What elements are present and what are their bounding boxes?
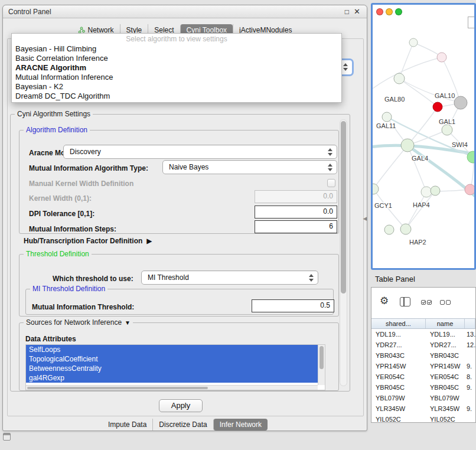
scrollbar-thumb[interactable] (27, 387, 208, 389)
tab-infer-network[interactable]: Infer Network (213, 419, 268, 431)
network-node-label: GAL4 (412, 155, 428, 162)
table-cell: YBR043C (371, 350, 426, 361)
network-node-label: SWI4 (452, 141, 468, 148)
tab-impute-data[interactable]: Impute Data (102, 419, 152, 431)
network-node[interactable] (394, 73, 405, 84)
table-cell: 9. (465, 361, 475, 371)
control-panel-titlebar[interactable]: Control Panel □ ✕ (3, 5, 367, 18)
scrollbar-thumb[interactable] (341, 121, 346, 294)
mi-type-label: Mutual Information Algorithm Type: (29, 164, 148, 172)
table-row[interactable]: YPR145WYPR145W9. (371, 361, 475, 371)
network-node[interactable] (465, 184, 474, 195)
updown-arrows-icon (343, 63, 348, 72)
table-row[interactable]: YBL079WYBL079W (371, 393, 475, 403)
dpi-tolerance-field[interactable]: 0.0 (255, 206, 337, 219)
network-node[interactable] (454, 96, 467, 109)
table-row[interactable]: YER054CYER054C8. (371, 371, 475, 382)
close-window-icon[interactable]: ✕ (354, 5, 360, 18)
group-title: Cyni Algorithm Settings (15, 110, 93, 118)
aracne-mode-select[interactable]: Discovery (63, 145, 337, 159)
algorithm-option-selected[interactable]: ARACNE Algorithm (12, 63, 341, 72)
control-panel-title: Control Panel (8, 5, 51, 18)
column-header[interactable]: shared... (371, 319, 426, 328)
table-panel-title: Table Panel (375, 275, 415, 283)
updown-arrows-icon (327, 163, 332, 172)
scrollbar-corner-button[interactable] (468, 17, 475, 28)
network-node[interactable] (437, 53, 446, 62)
attribute-item-selected[interactable]: gal4RGexp (26, 373, 318, 383)
kernel-width-field[interactable]: 0.0 (255, 190, 337, 203)
network-node-label: HAP4 (413, 201, 430, 208)
column-header[interactable]: name (426, 319, 465, 328)
scrollbar-thumb[interactable] (319, 346, 324, 369)
network-node[interactable] (401, 139, 414, 152)
algorithm-option[interactable]: Bayesian - Hill Climbing (12, 44, 341, 53)
network-node[interactable] (431, 186, 440, 195)
network-node[interactable] (373, 184, 379, 194)
table-cell: YPR145W (371, 361, 426, 371)
splitter-collapse-handle[interactable]: ◀ (362, 214, 368, 223)
aracne-mode-value: Discovery (70, 148, 101, 156)
table-cell: YER054C (426, 371, 465, 382)
network-node[interactable] (400, 224, 411, 234)
table-row[interactable]: YDL19...YDL19...13... (371, 329, 475, 340)
checked-pair-icon[interactable] (421, 300, 432, 305)
mi-threshold-field[interactable]: 0.5 (252, 299, 334, 312)
algorithm-option[interactable]: Dream8 DC_TDC Algorithm (12, 91, 341, 100)
network-canvas[interactable]: GAL80GAL10GAL1GAL11SWI4GAL4GCY1HAP4HAP2 (373, 5, 474, 268)
hub-section-toggle[interactable]: Hub/Transcription Factor Definition ▶ (24, 236, 152, 246)
network-node[interactable] (421, 187, 432, 197)
network-node[interactable] (409, 38, 418, 47)
settings-vertical-scrollbar[interactable] (340, 119, 347, 386)
list-horizontal-scrollbar[interactable] (26, 385, 318, 390)
table-row[interactable]: YIL052CYIL052C (371, 414, 475, 422)
apply-button[interactable]: Apply (159, 399, 203, 412)
algorithm-option[interactable]: Mutual Information Inference (12, 72, 341, 81)
minimize-button[interactable] (386, 8, 393, 15)
algorithm-definition-group: Algorithm Definition Aracne Mode: Discov… (19, 130, 339, 234)
mi-steps-field[interactable]: 6 (255, 220, 337, 233)
data-attributes-list[interactable]: SelfLoops TopologicalCoefficient Between… (25, 344, 325, 390)
network-node-label: GCY1 (374, 202, 392, 209)
manual-kernel-label: Manual Kernel Width Definition (29, 180, 133, 188)
sources-group: Sources for Network Inference ▼ Data Att… (19, 322, 339, 391)
column-header[interactable] (465, 319, 475, 328)
algorithm-option[interactable]: Basic Correlation Inference (12, 53, 341, 63)
updown-arrows-icon (308, 273, 314, 283)
mi-steps-label: Mutual Information Steps: (29, 225, 116, 233)
list-vertical-scrollbar[interactable] (318, 345, 325, 385)
table-rows: YDL19...YDL19...13...YDR27...YDR27...12.… (371, 329, 475, 422)
network-node[interactable] (384, 225, 394, 234)
table-row[interactable]: YLR345WYLR345W9. (371, 403, 475, 414)
table-cell: YDR27... (371, 340, 426, 350)
close-button[interactable] (376, 8, 383, 15)
network-node[interactable] (442, 125, 452, 135)
network-node-label: HAP2 (409, 239, 426, 246)
attribute-item-selected[interactable]: TopologicalCoefficient (26, 354, 318, 364)
manual-kernel-checkbox[interactable] (327, 179, 335, 187)
table-cell: YDL19... (426, 329, 465, 340)
zoom-button[interactable] (395, 8, 402, 15)
table-row[interactable]: YBR045CYBR045C9. (371, 382, 475, 393)
minimized-panel-icon[interactable] (3, 433, 11, 441)
mi-type-select[interactable]: Naive Bayes (162, 160, 337, 174)
float-window-icon[interactable]: □ (345, 5, 349, 18)
which-threshold-select[interactable]: MI Threshold (141, 270, 318, 285)
attribute-item-selected[interactable]: BetweennessCentrality (26, 364, 318, 373)
sources-group-toggle[interactable]: Sources for Network Inference ▼ (24, 318, 133, 327)
network-nodes: GAL80GAL10GAL1GAL11SWI4GAL4GCY1HAP4HAP2 (373, 38, 474, 246)
attribute-item-selected[interactable]: SelfLoops (26, 345, 318, 354)
table-row[interactable]: YBR043CYBR043C (371, 350, 475, 361)
column-selector-icon[interactable] (400, 297, 410, 306)
algorithm-option[interactable]: Bayesian - K2 (12, 81, 341, 91)
table-row[interactable]: YDR27...YDR27...12... (371, 340, 475, 350)
tab-discretize-data[interactable]: Discretize Data (152, 419, 213, 431)
table-cell: 8. (465, 371, 475, 382)
network-window-titlebar[interactable] (373, 5, 474, 18)
network-node-label: GAL11 (376, 122, 396, 129)
network-node[interactable] (382, 112, 392, 122)
unchecked-pair-icon[interactable] (440, 300, 451, 305)
table-cell: 12... (465, 340, 475, 350)
gear-icon[interactable]: ⚙ (380, 296, 389, 306)
network-node[interactable] (433, 102, 442, 112)
